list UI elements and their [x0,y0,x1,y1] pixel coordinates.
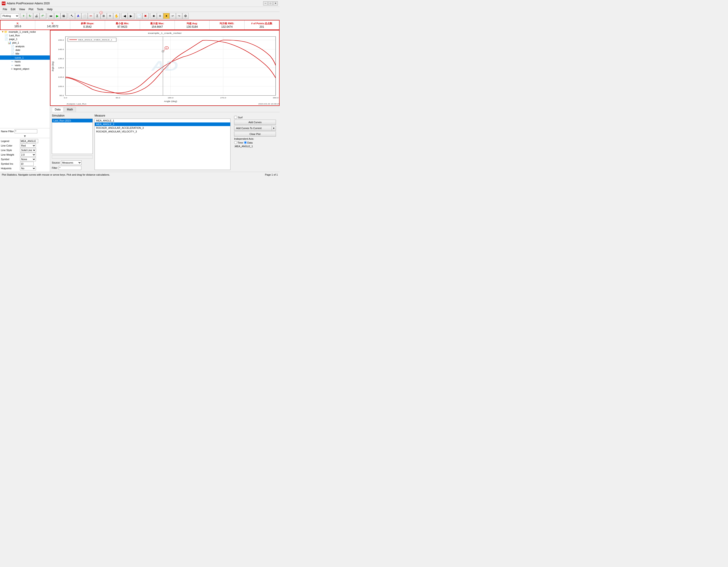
chart-area[interactable]: example_1_crank_rocker [50,30,280,106]
stat-avg-label: 均值 Avg: [187,22,198,25]
settings-button[interactable]: ⚙ [182,13,189,19]
filter-input[interactable] [59,166,81,170]
maximize-button[interactable]: □ [268,1,273,5]
tree-item-title[interactable]: 📄title [0,52,50,55]
properties-panel: Legend Line Color RedBlueGreenBlack Line… [0,138,50,172]
add-curves-to-current-button[interactable]: Add Curves To Current [234,126,272,131]
tree-item-plot1[interactable]: 📊plot_1 [0,41,50,45]
tree-item-curve1[interactable]: 〜curve_1 [0,55,50,60]
layout2-button[interactable]: ⊞ [157,13,163,19]
title-bar: Ad Adams PostProcessor Adams 2020 ─ □ ✕ [0,0,280,7]
tree-icon-page: 📄 [11,45,14,48]
line-color-select[interactable]: RedBlueGreenBlack [20,144,36,148]
simulation-list[interactable]: Last_Run (2023- [52,119,93,154]
layout1-button[interactable]: ▣ [150,13,157,19]
legend-row: Legend [1,139,49,143]
surf-checkbox[interactable] [234,116,237,119]
cursor-button[interactable]: ↖ [69,13,75,19]
time-radio[interactable] [234,141,237,144]
menu-edit[interactable]: Edit [9,7,17,11]
menu-view[interactable]: View [17,7,27,11]
stat-slope-value: 0.3542 [83,25,92,28]
tree-item-example[interactable]: ▼📁example_1_crank_rocke [0,30,50,34]
clear-plot-button[interactable]: Clear Plot [234,132,276,137]
measure-item-mea1[interactable]: MEA_ANGLE_1 [95,119,230,123]
sigma-button[interactable]: Σ [94,13,100,19]
menu-help[interactable]: Help [45,7,55,11]
name-filter-input[interactable] [15,129,37,133]
stat-max-label: 最大值 Max: [150,22,164,25]
new-button[interactable]: + [20,13,27,19]
export-button[interactable]: ↪ [176,13,182,19]
add-curves-button[interactable]: Add Curves [234,120,276,125]
undo-button[interactable]: ↶ [40,13,46,19]
mode-select[interactable]: Plotting [1,13,19,19]
delete-button[interactable]: ✖ [142,13,149,19]
tree-icon-plot: 📊 [8,41,11,44]
tree-item-page1[interactable]: 📄page_1 [0,37,50,41]
tree-label: curve_1 [15,56,24,59]
stat-slope-label: 斜率 Slope: [81,22,94,25]
tree-item-analysis[interactable]: 📄analysis [0,45,50,48]
tree-item-vaxis[interactable]: ↔vaxis [0,63,50,67]
stat-rms-label: 均方根 RMS: [220,22,234,25]
symbol-select[interactable]: NoneCircle [20,157,36,161]
stat-y-value: 141.8572 [47,25,58,28]
tree-item-haxis[interactable]: ↔haxis [0,60,50,63]
data-radio-item: Data [244,141,253,144]
tree-item-lastrun[interactable]: 📄Last_Run [0,34,50,37]
line-style-select[interactable]: Solid LineDashedDotted [20,148,36,152]
measure-item-rocker-vel[interactable]: ROCKER_ANGULAR_VELOCITY_3 [95,130,230,133]
sim-hscroll[interactable] [52,155,93,159]
film-button[interactable]: 🎬 [60,13,67,19]
line-weight-select[interactable]: 1.02.03.0 [20,153,36,157]
bottom-tabs: Data Math [50,106,280,112]
source-select[interactable]: Measures Request Result Set [61,160,82,165]
app-icon: Ad [2,2,5,5]
symbol-inc-input[interactable] [20,162,34,166]
stat-pts: # of Points:总点数 201 [245,20,279,30]
svg-text:115.0: 115.0 [58,76,64,78]
play-button[interactable]: ▶ [54,13,60,19]
data-radio[interactable] [244,141,247,144]
back-button[interactable]: ◀ [121,13,128,19]
measure-list[interactable]: MEA_ANGLE_1 MEA_ANGLE_3 ROCKER_ANGULAR_A… [95,119,230,170]
stat-pts-value: 201 [260,25,264,28]
crosshair2-button[interactable]: ✛ [107,13,113,19]
import-button[interactable]: ↩ [170,13,176,19]
sim-item-lastrun[interactable]: Last_Run (2023- [52,119,93,123]
tab-math[interactable]: Math [64,107,76,112]
layout3-button[interactable]: ■ [163,13,170,19]
refresh-button[interactable]: ↻ [27,13,33,19]
close-button[interactable]: ✕ [273,1,278,5]
time-radio-item: Time [234,141,243,144]
svg-text:b: b [166,47,168,49]
select-button[interactable]: ⬜ [81,13,88,19]
tree-item-date[interactable]: 📄date [0,48,50,52]
menu-bar: File Edit View Plot Tools Help [0,7,280,12]
print-button[interactable]: 🖨 [33,13,40,19]
stat-x-label: X: [17,22,19,25]
name-filter-section: Name Filter [0,128,50,134]
add-curves-to-current-arrow[interactable]: ▼ [272,126,276,131]
minimize-button[interactable]: ─ [263,1,268,5]
menu-plot[interactable]: Plot [27,7,35,11]
filter-label: Filter [52,167,57,169]
svg-text:example_1_crank_rocker: example_1_crank_rocker [148,32,182,34]
forward-button[interactable]: ▶ [128,13,134,19]
tree-label: analysis [15,45,25,48]
measure-item-rocker-acc[interactable]: ROCKER_ANGULAR_ACCELERATION_3 [95,126,230,130]
crosshair-button[interactable]: ✂ [88,13,94,19]
page-button[interactable]: 📄 [136,13,142,19]
tree-item-legend[interactable]: ≡legend_object [0,67,50,71]
legend-input[interactable] [20,139,38,143]
tab-data[interactable]: Data [52,107,63,112]
tree-icon-page: 📄 [11,48,14,52]
prev-button[interactable]: ⏮ [48,13,54,19]
measure-item-mea3[interactable]: MEA_ANGLE_3 [95,123,230,126]
hotpoints-select[interactable]: NoYes [20,166,36,170]
menu-file[interactable]: File [1,7,9,11]
menu-tools[interactable]: Tools [35,7,45,11]
hand-button[interactable]: ✋ [113,13,120,19]
text-button[interactable]: A [75,13,81,19]
